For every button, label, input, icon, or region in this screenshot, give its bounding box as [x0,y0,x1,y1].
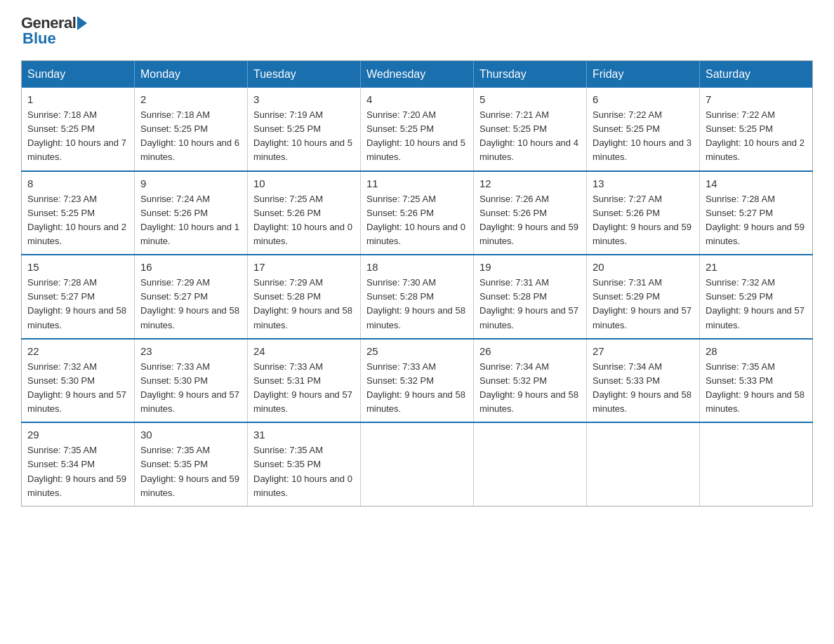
calendar-cell: 19 Sunrise: 7:31 AMSunset: 5:28 PMDaylig… [474,255,587,339]
calendar-cell: 6 Sunrise: 7:22 AMSunset: 5:25 PMDayligh… [587,88,700,171]
calendar-cell: 7 Sunrise: 7:22 AMSunset: 5:25 PMDayligh… [700,88,813,171]
calendar-cell: 8 Sunrise: 7:23 AMSunset: 5:25 PMDayligh… [22,171,135,255]
day-number: 13 [593,177,694,189]
day-info: Sunrise: 7:28 AMSunset: 5:27 PMDaylight:… [706,192,807,249]
day-number: 23 [140,345,241,357]
day-number: 12 [479,177,581,189]
day-info: Sunrise: 7:18 AMSunset: 5:25 PMDaylight:… [140,108,241,165]
calendar-cell: 29 Sunrise: 7:35 AMSunset: 5:34 PMDaylig… [22,422,135,506]
day-info: Sunrise: 7:26 AMSunset: 5:26 PMDaylight:… [479,192,581,249]
day-number: 24 [253,345,355,357]
weekday-header-row: SundayMondayTuesdayWednesdayThursdayFrid… [22,61,813,88]
weekday-header-friday: Friday [587,61,700,88]
calendar-cell: 3 Sunrise: 7:19 AMSunset: 5:25 PMDayligh… [248,88,361,171]
day-number: 28 [706,345,807,357]
logo-triangle-icon [77,16,87,30]
weekday-header-thursday: Thursday [474,61,587,88]
day-info: Sunrise: 7:25 AMSunset: 5:26 PMDaylight:… [366,192,468,249]
calendar-cell: 24 Sunrise: 7:33 AMSunset: 5:31 PMDaylig… [248,339,361,423]
day-info: Sunrise: 7:30 AMSunset: 5:28 PMDaylight:… [366,276,468,333]
weekday-header-monday: Monday [135,61,248,88]
day-info: Sunrise: 7:24 AMSunset: 5:26 PMDaylight:… [140,192,241,249]
day-info: Sunrise: 7:35 AMSunset: 5:33 PMDaylight:… [706,360,807,417]
day-info: Sunrise: 7:33 AMSunset: 5:31 PMDaylight:… [253,360,355,417]
calendar-cell [700,422,813,506]
calendar-cell: 25 Sunrise: 7:33 AMSunset: 5:32 PMDaylig… [361,339,474,423]
calendar-cell: 21 Sunrise: 7:32 AMSunset: 5:29 PMDaylig… [700,255,813,339]
weekday-header-wednesday: Wednesday [361,61,474,88]
day-number: 3 [253,93,355,105]
calendar-cell: 5 Sunrise: 7:21 AMSunset: 5:25 PMDayligh… [474,88,587,171]
day-number: 10 [253,177,355,189]
day-info: Sunrise: 7:27 AMSunset: 5:26 PMDaylight:… [593,192,694,249]
weekday-header-sunday: Sunday [22,61,135,88]
calendar-cell: 2 Sunrise: 7:18 AMSunset: 5:25 PMDayligh… [135,88,248,171]
calendar-cell: 22 Sunrise: 7:32 AMSunset: 5:30 PMDaylig… [22,339,135,423]
day-info: Sunrise: 7:28 AMSunset: 5:27 PMDaylight:… [27,276,128,333]
calendar-week-1: 1 Sunrise: 7:18 AMSunset: 5:25 PMDayligh… [22,88,813,171]
day-info: Sunrise: 7:34 AMSunset: 5:33 PMDaylight:… [593,360,694,417]
day-number: 30 [140,429,241,441]
calendar-week-5: 29 Sunrise: 7:35 AMSunset: 5:34 PMDaylig… [22,422,813,506]
day-info: Sunrise: 7:33 AMSunset: 5:32 PMDaylight:… [366,360,468,417]
day-number: 14 [706,177,807,189]
calendar-cell: 30 Sunrise: 7:35 AMSunset: 5:35 PMDaylig… [135,422,248,506]
day-info: Sunrise: 7:25 AMSunset: 5:26 PMDaylight:… [253,192,355,249]
day-number: 1 [27,93,128,105]
day-number: 8 [27,177,128,189]
calendar-cell [361,422,474,506]
day-number: 25 [366,345,468,357]
day-info: Sunrise: 7:21 AMSunset: 5:25 PMDaylight:… [479,108,581,165]
calendar-cell [474,422,587,506]
day-number: 26 [479,345,581,357]
calendar-cell: 12 Sunrise: 7:26 AMSunset: 5:26 PMDaylig… [474,171,587,255]
day-info: Sunrise: 7:33 AMSunset: 5:30 PMDaylight:… [140,360,241,417]
calendar-cell: 15 Sunrise: 7:28 AMSunset: 5:27 PMDaylig… [22,255,135,339]
calendar-cell: 31 Sunrise: 7:35 AMSunset: 5:35 PMDaylig… [248,422,361,506]
calendar-cell: 1 Sunrise: 7:18 AMSunset: 5:25 PMDayligh… [22,88,135,171]
day-number: 19 [479,261,581,273]
calendar-week-3: 15 Sunrise: 7:28 AMSunset: 5:27 PMDaylig… [22,255,813,339]
day-info: Sunrise: 7:34 AMSunset: 5:32 PMDaylight:… [479,360,581,417]
day-number: 2 [140,93,241,105]
day-info: Sunrise: 7:32 AMSunset: 5:30 PMDaylight:… [27,360,128,417]
calendar-cell: 18 Sunrise: 7:30 AMSunset: 5:28 PMDaylig… [361,255,474,339]
logo-blue-text: Blue [22,29,56,48]
calendar-cell: 9 Sunrise: 7:24 AMSunset: 5:26 PMDayligh… [135,171,248,255]
weekday-header-tuesday: Tuesday [248,61,361,88]
day-info: Sunrise: 7:31 AMSunset: 5:29 PMDaylight:… [593,276,694,333]
calendar-cell: 10 Sunrise: 7:25 AMSunset: 5:26 PMDaylig… [248,171,361,255]
day-info: Sunrise: 7:18 AMSunset: 5:25 PMDaylight:… [27,108,128,165]
day-number: 7 [706,93,807,105]
day-number: 21 [706,261,807,273]
day-number: 18 [366,261,468,273]
day-number: 11 [366,177,468,189]
day-number: 15 [27,261,128,273]
calendar-cell: 28 Sunrise: 7:35 AMSunset: 5:33 PMDaylig… [700,339,813,423]
day-info: Sunrise: 7:22 AMSunset: 5:25 PMDaylight:… [593,108,694,165]
day-info: Sunrise: 7:31 AMSunset: 5:28 PMDaylight:… [479,276,581,333]
calendar-cell: 17 Sunrise: 7:29 AMSunset: 5:28 PMDaylig… [248,255,361,339]
calendar-cell: 11 Sunrise: 7:25 AMSunset: 5:26 PMDaylig… [361,171,474,255]
day-number: 9 [140,177,241,189]
calendar-header: SundayMondayTuesdayWednesdayThursdayFrid… [22,61,813,88]
calendar-cell: 14 Sunrise: 7:28 AMSunset: 5:27 PMDaylig… [700,171,813,255]
day-info: Sunrise: 7:35 AMSunset: 5:34 PMDaylight:… [27,443,128,500]
day-number: 6 [593,93,694,105]
weekday-header-saturday: Saturday [700,61,813,88]
day-info: Sunrise: 7:29 AMSunset: 5:27 PMDaylight:… [140,276,241,333]
day-info: Sunrise: 7:23 AMSunset: 5:25 PMDaylight:… [27,192,128,249]
day-number: 29 [27,429,128,441]
calendar-cell: 23 Sunrise: 7:33 AMSunset: 5:30 PMDaylig… [135,339,248,423]
day-number: 4 [366,93,468,105]
calendar-cell [587,422,700,506]
day-info: Sunrise: 7:22 AMSunset: 5:25 PMDaylight:… [706,108,807,165]
calendar-cell: 4 Sunrise: 7:20 AMSunset: 5:25 PMDayligh… [361,88,474,171]
calendar-body: 1 Sunrise: 7:18 AMSunset: 5:25 PMDayligh… [22,88,813,506]
calendar-week-2: 8 Sunrise: 7:23 AMSunset: 5:25 PMDayligh… [22,171,813,255]
day-number: 31 [253,429,355,441]
day-info: Sunrise: 7:35 AMSunset: 5:35 PMDaylight:… [253,443,355,500]
day-number: 20 [593,261,694,273]
day-number: 5 [479,93,581,105]
calendar-cell: 16 Sunrise: 7:29 AMSunset: 5:27 PMDaylig… [135,255,248,339]
